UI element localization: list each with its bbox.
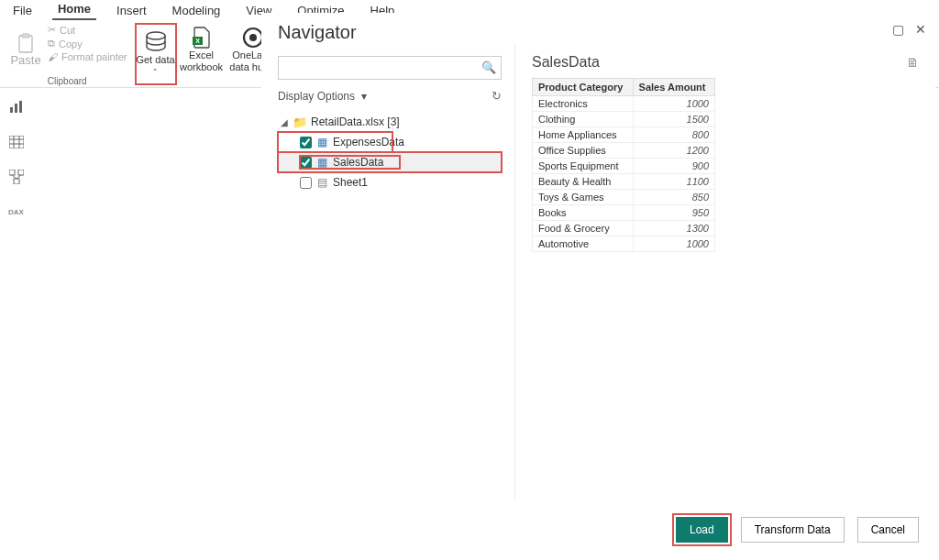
- tab-home[interactable]: Home: [52, 0, 96, 20]
- preview-panel: SalesData 🗎 Product Category Sales Amoun…: [514, 43, 919, 501]
- ribbon-group-data: Get data ˅ X Excel workbook OneLake data…: [136, 20, 279, 87]
- onelake-icon: [242, 26, 264, 49]
- tab-file[interactable]: File: [7, 2, 38, 20]
- checkbox-expensesdata[interactable]: [300, 137, 312, 148]
- table-row[interactable]: Sports Equipment900: [533, 159, 715, 174]
- svg-rect-17: [14, 179, 19, 184]
- dax-view-icon[interactable]: DAX: [6, 201, 28, 223]
- checkbox-sheet1[interactable]: [300, 177, 312, 189]
- dialog-title: Navigator: [278, 22, 357, 43]
- clipboard-group-label: Clipboard: [7, 75, 127, 88]
- svg-point-6: [249, 34, 257, 41]
- preview-options-icon[interactable]: 🗎: [906, 55, 919, 70]
- paste-button: Paste: [7, 24, 44, 75]
- svg-rect-16: [18, 170, 24, 175]
- table-row[interactable]: Clothing1500: [533, 112, 715, 127]
- svg-line-19: [17, 175, 21, 179]
- excel-workbook-button[interactable]: X Excel workbook: [176, 24, 227, 75]
- clipboard-icon: [17, 33, 35, 53]
- brush-icon: 🖌: [48, 51, 58, 62]
- table-row[interactable]: Automotive1000: [533, 236, 715, 252]
- copy-icon: ⧉: [48, 38, 55, 49]
- navigator-tree-panel: 🔍 Display Options ▾ ↻ ◢ 📁 RetailData.xls…: [278, 43, 514, 501]
- table-row[interactable]: Electronics1000: [533, 96, 715, 112]
- maximize-icon[interactable]: ▢: [892, 22, 904, 37]
- refresh-icon[interactable]: ↻: [492, 89, 502, 103]
- load-button[interactable]: Load: [676, 517, 728, 543]
- table-icon: ▦: [317, 156, 327, 169]
- tree-item-salesdata[interactable]: ▦ SalesData: [278, 152, 502, 172]
- close-icon[interactable]: ✕: [915, 22, 926, 37]
- model-view-icon[interactable]: [6, 166, 28, 188]
- display-options-dropdown[interactable]: Display Options ▾: [278, 90, 367, 103]
- transform-data-button[interactable]: Transform Data: [741, 517, 845, 543]
- checkbox-salesdata[interactable]: [300, 157, 312, 169]
- preview-title: SalesData: [532, 54, 600, 71]
- svg-rect-9: [19, 101, 22, 113]
- svg-rect-7: [10, 107, 13, 113]
- tab-insert[interactable]: Insert: [111, 2, 152, 20]
- cut-button: ✂Cut: [48, 24, 127, 36]
- scissors-icon: ✂: [48, 24, 56, 36]
- dialog-button-bar: Load Transform Data Cancel: [676, 517, 919, 543]
- svg-text:X: X: [195, 38, 200, 44]
- svg-rect-15: [9, 170, 15, 175]
- navigator-tree: ◢ 📁 RetailData.xlsx [3] ▦ ExpensesData ▦…: [278, 112, 502, 192]
- column-header[interactable]: Sales Amount: [633, 79, 714, 96]
- view-rail: DAX: [0, 87, 32, 223]
- folder-icon: 📁: [293, 115, 307, 129]
- data-view-icon[interactable]: [6, 131, 28, 153]
- svg-rect-10: [9, 136, 24, 148]
- tree-item-sheet1[interactable]: ▤ Sheet1: [278, 172, 502, 192]
- caret-down-icon: ◢: [280, 117, 289, 127]
- table-row[interactable]: Books950: [533, 205, 715, 221]
- preview-table: Product Category Sales Amount Electronic…: [532, 78, 715, 252]
- svg-rect-1: [22, 34, 29, 38]
- tab-modeling[interactable]: Modeling: [167, 2, 226, 20]
- ribbon-group-clipboard: Paste ✂Cut ⧉Copy 🖌Format painter Clipboa…: [0, 20, 135, 87]
- cancel-button[interactable]: Cancel: [857, 517, 919, 543]
- table-icon: ▦: [317, 136, 327, 148]
- navigator-dialog: Navigator ▢ ✕ 🔍 Display Options ▾ ↻ ◢ 📁 …: [261, 13, 935, 555]
- table-row[interactable]: Toys & Games850: [533, 190, 715, 205]
- tree-root[interactable]: ◢ 📁 RetailData.xlsx [3]: [278, 112, 502, 132]
- table-row[interactable]: Food & Grocery1300: [533, 221, 715, 236]
- table-row[interactable]: Office Supplies1200: [533, 143, 715, 159]
- excel-file-icon: X: [192, 26, 212, 49]
- table-row[interactable]: Home Appliances800: [533, 127, 715, 143]
- svg-point-2: [147, 32, 165, 39]
- sheet-icon: ▤: [317, 176, 327, 189]
- svg-rect-8: [15, 104, 17, 113]
- search-input[interactable]: [278, 56, 502, 80]
- column-header[interactable]: Product Category: [533, 79, 634, 96]
- format-painter-button: 🖌Format painter: [48, 51, 127, 62]
- table-row[interactable]: Beauty & Health1100: [533, 174, 715, 190]
- report-view-icon[interactable]: [6, 96, 28, 118]
- svg-rect-0: [19, 36, 32, 52]
- database-icon: [144, 30, 168, 54]
- tree-item-expensesdata[interactable]: ▦ ExpensesData: [278, 132, 392, 152]
- svg-line-18: [12, 175, 17, 179]
- copy-button: ⧉Copy: [48, 38, 127, 49]
